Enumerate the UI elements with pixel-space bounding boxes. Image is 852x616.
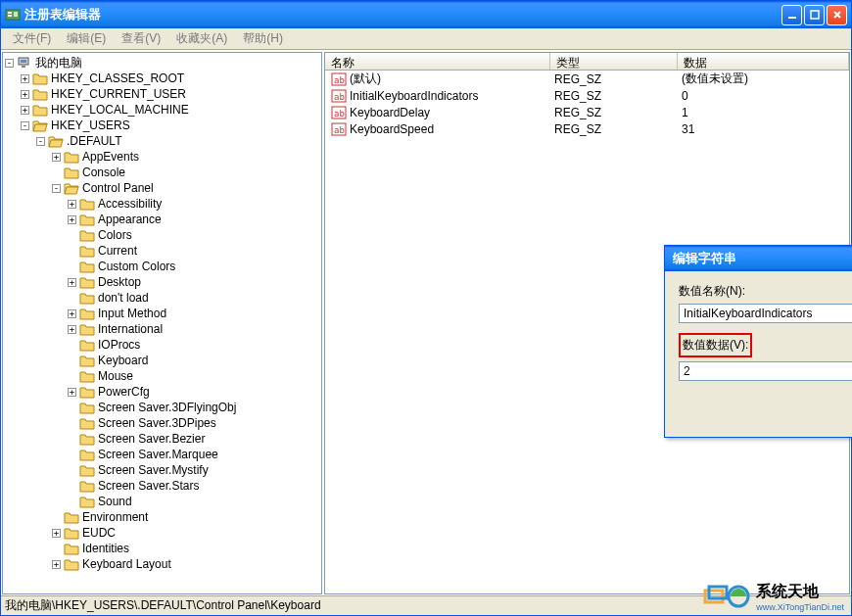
tree-item[interactable]: Control Panel [82,180,154,196]
tree-item[interactable]: Keyboard [98,353,148,368]
svg-rect-7 [21,60,26,63]
folder-icon [79,291,95,305]
close-button[interactable] [827,5,847,25]
folder-icon [79,260,95,273]
tree-item[interactable]: Screen Saver.3DPipes [98,415,216,431]
expander-icon[interactable]: + [21,90,29,99]
folder-icon [32,87,48,101]
value-type: REG_SZ [550,106,678,119]
value-type: REG_SZ [550,122,678,136]
expander-icon[interactable]: + [21,106,29,115]
tree-item[interactable]: Input Method [98,306,166,321]
folder-icon [79,432,95,446]
tree-item[interactable]: HKEY_CLASSES_ROOT [51,71,184,86]
expander-icon[interactable]: - [36,137,45,146]
tree-item[interactable]: Sound [98,494,132,509]
list-row[interactable]: ab(默认)REG_SZ(数值未设置) [325,71,849,87]
menu-edit[interactable]: 编辑(E) [59,28,114,49]
tree-item[interactable]: Appearance [98,212,162,227]
expander-icon[interactable]: + [52,529,61,538]
expander-icon[interactable]: + [68,200,76,209]
column-header-data[interactable]: 数据 [678,53,849,70]
svg-rect-1 [8,12,12,14]
expander-icon[interactable]: - [21,121,29,130]
tree-item[interactable]: Accessibility [98,196,162,212]
string-value-icon: ab [331,105,347,120]
tree-item[interactable]: Screen Saver.3DFlyingObj [98,400,236,415]
list-row[interactable]: abInitialKeyboardIndicatorsREG_SZ0 [325,87,849,104]
tree-item[interactable]: Current [98,243,137,259]
menu-help[interactable]: 帮助(H) [235,28,291,49]
expander-icon[interactable]: + [68,215,76,224]
folder-open-icon [64,181,79,195]
folder-open-icon [32,118,48,132]
tree-item[interactable]: IOProcs [98,337,140,353]
folder-icon [79,448,95,461]
menu-view[interactable]: 查看(V) [114,28,168,49]
tree-item[interactable]: Custom Colors [98,259,175,274]
value-data-label: 数值数据(V): [683,338,748,352]
content-area: -我的电脑 +HKEY_CLASSES_ROOT +HKEY_CURRENT_U… [1,50,851,595]
tree-item[interactable]: EUDC [82,525,116,541]
tree-item[interactable]: Desktop [98,274,141,290]
svg-rect-2 [8,15,12,17]
regedit-icon [5,7,21,23]
tree-item[interactable]: don't load [98,290,149,306]
titlebar[interactable]: 注册表编辑器 [1,1,851,28]
tree-item[interactable]: Identities [82,541,129,556]
list-row[interactable]: abKeyboardSpeedREG_SZ31 [325,120,849,137]
computer-icon [17,56,32,70]
folder-icon [79,385,95,399]
expander-icon[interactable]: - [5,59,14,68]
main-window: 注册表编辑器 文件(F) 编辑(E) 查看(V) 收藏夹(A) 帮助(H) -我… [0,0,852,616]
menu-favorites[interactable]: 收藏夹(A) [168,28,235,49]
tree-item[interactable]: Screen Saver.Mystify [98,462,209,478]
expander-icon[interactable]: + [68,388,76,397]
tree-item[interactable]: Screen Saver.Marquee [98,447,218,462]
tree-item[interactable]: HKEY_LOCAL_MACHINE [51,102,189,118]
string-value-icon: ab [331,121,347,137]
expander-icon[interactable]: + [21,74,29,83]
tree-item[interactable]: Console [82,165,125,180]
list-panel[interactable]: 名称 类型 数据 ab(默认)REG_SZ(数值未设置)abInitialKey… [324,52,850,594]
minimize-button[interactable] [781,5,802,25]
tree-item[interactable]: Colors [98,227,132,243]
dialog-titlebar[interactable]: 编辑字符串 ? [665,246,852,271]
dialog-title: 编辑字符串 [669,250,852,267]
folder-icon [79,369,95,383]
tree-item[interactable]: Mouse [98,368,133,384]
tree-item[interactable]: PowerCfg [98,384,150,400]
tree-item[interactable]: International [98,321,163,337]
tree-panel[interactable]: -我的电脑 +HKEY_CLASSES_ROOT +HKEY_CURRENT_U… [2,52,322,594]
logo-icon [703,581,750,612]
tree-root[interactable]: 我的电脑 [35,55,82,71]
tree-item[interactable]: Keyboard Layout [82,556,171,572]
expander-icon[interactable]: + [52,560,61,569]
expander-icon[interactable]: + [68,325,76,334]
tree-item[interactable]: Screen Saver.Stars [98,478,199,494]
value-data: 0 [678,89,847,103]
column-header-type[interactable]: 类型 [550,53,678,70]
list-row[interactable]: abKeyboardDelayREG_SZ1 [325,104,849,120]
value-data-field[interactable] [679,361,852,381]
status-path: 我的电脑\HKEY_USERS\.DEFAULT\Control Panel\K… [5,597,321,614]
svg-rect-3 [14,12,18,17]
folder-icon [32,71,48,85]
tree-item[interactable]: AppEvents [82,149,139,165]
value-name-field[interactable] [679,304,852,323]
expander-icon[interactable]: + [68,278,76,287]
expander-icon[interactable]: - [52,184,61,193]
tree-item[interactable]: Screen Saver.Bezier [98,431,205,447]
tree-item[interactable]: Environment [82,509,148,525]
value-name-label: 数值名称(N): [679,283,852,300]
tree-item[interactable]: HKEY_USERS [51,118,130,133]
svg-text:ab: ab [334,92,345,102]
expander-icon[interactable]: + [68,309,76,318]
column-header-name[interactable]: 名称 [325,53,550,70]
tree-item[interactable]: HKEY_CURRENT_USER [51,86,186,102]
tree-item[interactable]: .DEFAULT [67,133,121,149]
menu-file[interactable]: 文件(F) [5,28,59,49]
maximize-button[interactable] [804,5,825,25]
expander-icon[interactable]: + [52,153,61,162]
svg-text:ab: ab [334,109,345,118]
